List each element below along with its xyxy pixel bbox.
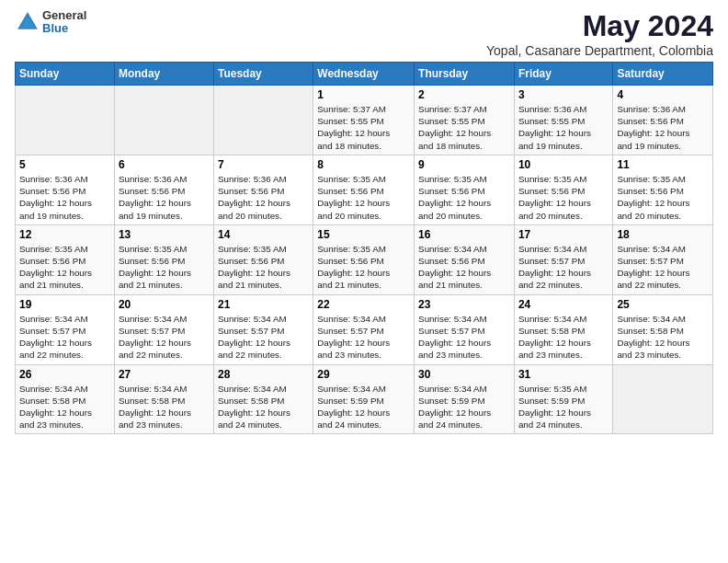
day-info: Sunrise: 5:34 AMSunset: 5:57 PMDaylight:… bbox=[317, 313, 410, 362]
cell-w4-d1: 20Sunrise: 5:34 AMSunset: 5:57 PMDayligh… bbox=[114, 294, 213, 364]
day-info: Sunrise: 5:35 AMSunset: 5:59 PMDaylight:… bbox=[518, 383, 609, 431]
title-block: May 2024 Yopal, Casanare Department, Col… bbox=[486, 9, 713, 58]
day-number: 18 bbox=[617, 228, 709, 241]
cell-w5-d6 bbox=[613, 364, 713, 434]
cell-w2-d3: 8Sunrise: 5:35 AMSunset: 5:56 PMDaylight… bbox=[313, 155, 415, 224]
cell-w5-d3: 29Sunrise: 5:34 AMSunset: 5:59 PMDayligh… bbox=[313, 364, 415, 434]
logo-general: General bbox=[42, 9, 86, 22]
day-number: 30 bbox=[418, 368, 510, 381]
cell-w4-d3: 22Sunrise: 5:34 AMSunset: 5:57 PMDayligh… bbox=[313, 294, 415, 364]
day-info: Sunrise: 5:34 AMSunset: 5:57 PMDaylight:… bbox=[518, 243, 609, 292]
day-number: 4 bbox=[617, 88, 709, 101]
calendar-header: Sunday Monday Tuesday Wednesday Thursday… bbox=[16, 63, 713, 86]
day-info: Sunrise: 5:34 AMSunset: 5:58 PMDaylight:… bbox=[119, 383, 210, 431]
day-info: Sunrise: 5:35 AMSunset: 5:56 PMDaylight:… bbox=[317, 173, 410, 222]
day-number: 15 bbox=[317, 228, 410, 241]
day-number: 12 bbox=[19, 228, 110, 241]
day-info: Sunrise: 5:34 AMSunset: 5:58 PMDaylight:… bbox=[617, 313, 709, 362]
day-number: 11 bbox=[617, 158, 709, 171]
subtitle: Yopal, Casanare Department, Colombia bbox=[486, 43, 713, 58]
day-info: Sunrise: 5:36 AMSunset: 5:56 PMDaylight:… bbox=[617, 103, 709, 152]
cell-w2-d1: 6Sunrise: 5:36 AMSunset: 5:56 PMDaylight… bbox=[114, 155, 213, 224]
header: General Blue May 2024 Yopal, Casanare De… bbox=[15, 9, 713, 58]
cell-w4-d0: 19Sunrise: 5:34 AMSunset: 5:57 PMDayligh… bbox=[16, 294, 115, 364]
day-number: 6 bbox=[119, 158, 210, 171]
cell-w1-d5: 3Sunrise: 5:36 AMSunset: 5:55 PMDaylight… bbox=[514, 86, 612, 155]
day-info: Sunrise: 5:36 AMSunset: 5:56 PMDaylight:… bbox=[19, 173, 110, 222]
col-thursday: Thursday bbox=[415, 63, 515, 86]
day-info: Sunrise: 5:35 AMSunset: 5:56 PMDaylight:… bbox=[119, 243, 210, 292]
cell-w4-d4: 23Sunrise: 5:34 AMSunset: 5:57 PMDayligh… bbox=[415, 294, 515, 364]
cell-w2-d6: 11Sunrise: 5:35 AMSunset: 5:56 PMDayligh… bbox=[613, 155, 713, 224]
cell-w3-d3: 15Sunrise: 5:35 AMSunset: 5:56 PMDayligh… bbox=[313, 224, 415, 294]
week-row-1: 1Sunrise: 5:37 AMSunset: 5:55 PMDaylight… bbox=[16, 86, 713, 155]
day-info: Sunrise: 5:35 AMSunset: 5:56 PMDaylight:… bbox=[418, 173, 510, 222]
logo: General Blue bbox=[15, 9, 86, 36]
cell-w3-d2: 14Sunrise: 5:35 AMSunset: 5:56 PMDayligh… bbox=[213, 224, 313, 294]
cell-w3-d4: 16Sunrise: 5:34 AMSunset: 5:56 PMDayligh… bbox=[415, 224, 515, 294]
cell-w2-d2: 7Sunrise: 5:36 AMSunset: 5:56 PMDaylight… bbox=[213, 155, 313, 224]
cell-w1-d2 bbox=[213, 86, 313, 155]
day-number: 5 bbox=[19, 158, 110, 171]
cell-w3-d5: 17Sunrise: 5:34 AMSunset: 5:57 PMDayligh… bbox=[514, 224, 612, 294]
day-info: Sunrise: 5:37 AMSunset: 5:55 PMDaylight:… bbox=[418, 103, 510, 152]
main-title: May 2024 bbox=[486, 9, 713, 43]
day-info: Sunrise: 5:34 AMSunset: 5:57 PMDaylight:… bbox=[418, 313, 510, 362]
week-row-3: 12Sunrise: 5:35 AMSunset: 5:56 PMDayligh… bbox=[16, 224, 713, 294]
cell-w2-d0: 5Sunrise: 5:36 AMSunset: 5:56 PMDaylight… bbox=[16, 155, 115, 224]
logo-text: General Blue bbox=[42, 9, 86, 36]
day-info: Sunrise: 5:35 AMSunset: 5:56 PMDaylight:… bbox=[617, 173, 709, 222]
day-info: Sunrise: 5:34 AMSunset: 5:57 PMDaylight:… bbox=[19, 313, 110, 362]
cell-w5-d2: 28Sunrise: 5:34 AMSunset: 5:58 PMDayligh… bbox=[213, 364, 313, 434]
cell-w1-d0 bbox=[16, 86, 115, 155]
cell-w1-d1 bbox=[114, 86, 213, 155]
cell-w1-d3: 1Sunrise: 5:37 AMSunset: 5:55 PMDaylight… bbox=[313, 86, 415, 155]
day-info: Sunrise: 5:36 AMSunset: 5:56 PMDaylight:… bbox=[218, 173, 309, 222]
day-number: 8 bbox=[317, 158, 410, 171]
cell-w4-d5: 24Sunrise: 5:34 AMSunset: 5:58 PMDayligh… bbox=[514, 294, 612, 364]
day-number: 27 bbox=[119, 368, 210, 381]
day-number: 28 bbox=[218, 368, 309, 381]
cell-w3-d1: 13Sunrise: 5:35 AMSunset: 5:56 PMDayligh… bbox=[114, 224, 213, 294]
cell-w1-d6: 4Sunrise: 5:36 AMSunset: 5:56 PMDaylight… bbox=[613, 86, 713, 155]
calendar-body: 1Sunrise: 5:37 AMSunset: 5:55 PMDaylight… bbox=[16, 86, 713, 434]
day-number: 2 bbox=[418, 88, 510, 101]
logo-blue: Blue bbox=[42, 22, 86, 35]
day-info: Sunrise: 5:34 AMSunset: 5:59 PMDaylight:… bbox=[317, 383, 410, 431]
day-info: Sunrise: 5:35 AMSunset: 5:56 PMDaylight:… bbox=[518, 173, 609, 222]
day-info: Sunrise: 5:34 AMSunset: 5:57 PMDaylight:… bbox=[218, 313, 309, 362]
day-number: 31 bbox=[518, 368, 609, 381]
day-number: 20 bbox=[119, 298, 210, 311]
day-number: 17 bbox=[518, 228, 609, 241]
logo-icon bbox=[15, 9, 40, 35]
day-number: 29 bbox=[317, 368, 410, 381]
day-number: 7 bbox=[218, 158, 309, 171]
day-info: Sunrise: 5:34 AMSunset: 5:58 PMDaylight:… bbox=[19, 383, 110, 431]
cell-w1-d4: 2Sunrise: 5:37 AMSunset: 5:55 PMDaylight… bbox=[415, 86, 515, 155]
day-number: 1 bbox=[317, 88, 410, 101]
day-number: 13 bbox=[119, 228, 210, 241]
cell-w2-d5: 10Sunrise: 5:35 AMSunset: 5:56 PMDayligh… bbox=[514, 155, 612, 224]
cell-w5-d0: 26Sunrise: 5:34 AMSunset: 5:58 PMDayligh… bbox=[16, 364, 115, 434]
day-info: Sunrise: 5:35 AMSunset: 5:56 PMDaylight:… bbox=[317, 243, 410, 292]
cell-w4-d2: 21Sunrise: 5:34 AMSunset: 5:57 PMDayligh… bbox=[213, 294, 313, 364]
week-row-2: 5Sunrise: 5:36 AMSunset: 5:56 PMDaylight… bbox=[16, 155, 713, 224]
day-number: 9 bbox=[418, 158, 510, 171]
day-number: 10 bbox=[518, 158, 609, 171]
col-friday: Friday bbox=[514, 63, 612, 86]
day-number: 19 bbox=[19, 298, 110, 311]
week-row-4: 19Sunrise: 5:34 AMSunset: 5:57 PMDayligh… bbox=[16, 294, 713, 364]
cell-w4-d6: 25Sunrise: 5:34 AMSunset: 5:58 PMDayligh… bbox=[613, 294, 713, 364]
day-info: Sunrise: 5:34 AMSunset: 5:57 PMDaylight:… bbox=[617, 243, 709, 292]
col-wednesday: Wednesday bbox=[313, 63, 415, 86]
day-info: Sunrise: 5:34 AMSunset: 5:58 PMDaylight:… bbox=[518, 313, 609, 362]
col-tuesday: Tuesday bbox=[213, 63, 313, 86]
day-number: 24 bbox=[518, 298, 609, 311]
day-info: Sunrise: 5:34 AMSunset: 5:59 PMDaylight:… bbox=[418, 383, 510, 431]
cell-w5-d5: 31Sunrise: 5:35 AMSunset: 5:59 PMDayligh… bbox=[514, 364, 612, 434]
header-row: Sunday Monday Tuesday Wednesday Thursday… bbox=[16, 63, 713, 86]
day-number: 14 bbox=[218, 228, 309, 241]
cell-w5-d4: 30Sunrise: 5:34 AMSunset: 5:59 PMDayligh… bbox=[415, 364, 515, 434]
calendar-table: Sunday Monday Tuesday Wednesday Thursday… bbox=[15, 62, 713, 434]
day-number: 26 bbox=[19, 368, 110, 381]
